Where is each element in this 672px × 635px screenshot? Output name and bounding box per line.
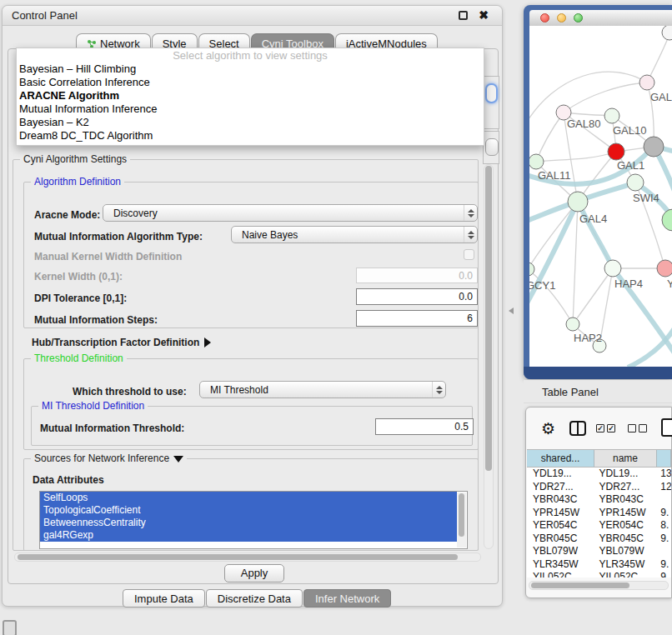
close-window-icon[interactable] (540, 13, 549, 22)
focused-combo-fragment[interactable] (485, 83, 498, 103)
table-header-row: shared...name (527, 449, 671, 468)
column-header[interactable]: name (594, 450, 657, 467)
close-panel-icon[interactable]: ✖ (479, 8, 489, 22)
network-node[interactable] (627, 174, 644, 191)
data-attribute-item[interactable]: gal4RGexp (40, 529, 457, 542)
deselect-all-checkbox-icon[interactable] (628, 424, 636, 432)
network-graph[interactable]: GALGAL80GAL10GAL1GAL11SWI4GAL4GCY1HAP4YH… (529, 26, 672, 367)
network-edge[interactable] (647, 34, 669, 82)
sources-title-text: Sources for Network Inference (34, 452, 169, 464)
scrollbar-thumb[interactable] (485, 166, 492, 471)
mi-algorithm-type-combo[interactable]: Naive Bayes (231, 226, 478, 243)
network-edge-thick[interactable] (578, 202, 613, 268)
columns-icon[interactable] (569, 421, 586, 436)
mi-threshold-field[interactable]: 0.5 (375, 418, 474, 435)
bottom-tab-discretize-data[interactable]: Discretize Data (206, 589, 303, 608)
collapsed-arrow-icon (204, 338, 211, 348)
table-horizontal-scrollbar[interactable] (529, 581, 669, 590)
network-edge[interactable] (564, 82, 647, 112)
threshold-definition-group: Threshold Definition Which threshold to … (23, 358, 479, 450)
table-cell: 8. (654, 519, 671, 532)
scrollbar-thumb[interactable] (18, 554, 458, 560)
deselect-all-checkbox-icon[interactable] (639, 424, 647, 432)
table-panel-titlebar: Table Panel (524, 380, 672, 403)
select-all-checkbox-icon[interactable]: ✓ (607, 424, 615, 432)
select-all-checkbox-icon[interactable]: ✓ (596, 424, 604, 432)
zoom-window-icon[interactable] (574, 13, 583, 22)
aracne-mode-combo[interactable]: Discovery (103, 204, 478, 222)
data-attribute-item[interactable]: SelfLoops (40, 492, 457, 504)
network-edge[interactable] (536, 112, 564, 162)
pane-splitter-arrow[interactable] (509, 308, 514, 314)
table-row[interactable]: YBL079WYBL079W (527, 545, 671, 558)
new-table-icon[interactable] (661, 418, 672, 437)
network-node[interactable] (604, 108, 619, 123)
table-row[interactable]: YDR27...YDR27...12 (527, 481, 671, 494)
network-node[interactable] (662, 26, 672, 40)
algorithm-option[interactable]: Basic Correlation Inference (17, 76, 484, 89)
algorithm-option[interactable]: Bayesian – Hill Climbing (17, 62, 484, 76)
network-canvas[interactable]: GALGAL80GAL10GAL1GAL11SWI4GAL4GCY1HAP4YH… (529, 26, 672, 367)
data-attribute-item[interactable]: BetweennessCentrality (40, 517, 457, 529)
bottom-tab-infer-network[interactable]: Infer Network (303, 589, 391, 608)
algorithm-option[interactable]: Bayesian – K2 (17, 116, 484, 129)
dpi-tolerance-field[interactable]: 0.0 (356, 288, 478, 305)
table-row[interactable]: YPR145WYPR145W9. (527, 507, 671, 520)
network-edge[interactable] (536, 152, 616, 162)
network-node[interactable] (644, 137, 664, 157)
table-row[interactable]: YLR345WYLR345W9. (527, 558, 671, 572)
column-header[interactable] (657, 450, 671, 467)
network-node[interactable] (568, 192, 588, 212)
settings-vertical-scrollbar[interactable] (484, 164, 494, 549)
scrollbar-thumb[interactable] (459, 493, 464, 537)
network-edge[interactable] (573, 268, 613, 324)
table-cell: 12 (654, 481, 671, 494)
network-node[interactable] (639, 75, 654, 90)
table-row[interactable]: YDL19...YDL19...13 (527, 468, 671, 481)
control-panel-window: Control Panel ✖ NetworkStyleSelectCyni T… (2, 5, 503, 607)
float-panel-icon[interactable] (459, 11, 468, 20)
network-node[interactable] (604, 260, 621, 277)
bottom-tab-impute-data[interactable]: Impute Data (123, 589, 205, 608)
network-node[interactable] (529, 154, 544, 169)
hub-definition-toggle[interactable]: Hub/Transcription Factor Definition (32, 337, 211, 348)
network-edge[interactable] (573, 202, 578, 324)
which-threshold-combo[interactable]: MI Threshold (199, 381, 446, 398)
table-row[interactable]: YBR043CYBR043C (527, 493, 671, 507)
occluded-button-fragment[interactable] (485, 138, 499, 156)
table-cell: YER054C (527, 519, 594, 532)
table-row[interactable]: YBR045CYBR045C9. (527, 532, 671, 546)
column-header[interactable]: shared... (527, 450, 594, 467)
data-attribute-item[interactable]: TopologicalCoefficient (40, 504, 457, 517)
network-edge-thick[interactable] (628, 322, 672, 367)
dpi-tolerance-label: DPI Tolerance [0,1]: (34, 292, 127, 304)
network-node[interactable] (608, 143, 624, 160)
sources-group-title[interactable]: Sources for Network Inference (31, 452, 187, 464)
settings-group-title: Cyni Algorithm Settings (20, 153, 130, 165)
table-row[interactable]: YIL052CYIL052C9 (527, 571, 671, 578)
algorithm-option[interactable]: Dream8 DC_TDC Algorithm (17, 129, 484, 142)
network-node[interactable] (566, 318, 579, 331)
manual-kernel-checkbox[interactable] (464, 249, 474, 260)
minimize-window-icon[interactable] (557, 13, 566, 22)
scrollbar-thumb[interactable] (531, 582, 629, 588)
table-row[interactable]: YER054CYER054C8. (527, 519, 671, 532)
attribute-list-scrollbar[interactable] (457, 492, 466, 548)
gear-icon[interactable]: ⚙ (541, 419, 555, 438)
kernel-width-field[interactable]: 0.0 (356, 268, 478, 283)
algorithm-option[interactable]: ARACNE Algorithm (17, 89, 484, 102)
node-label: GAL10 (613, 124, 646, 137)
network-node[interactable] (662, 209, 672, 231)
combo-stepper-icon (432, 382, 445, 398)
table-cell: YDL19... (527, 468, 594, 481)
apply-button[interactable]: Apply (224, 564, 284, 582)
network-edge[interactable] (529, 269, 573, 324)
table-cell: 9. (654, 507, 671, 520)
table-cell: YBR045C (594, 532, 655, 546)
minimized-panel-icon[interactable] (3, 620, 17, 635)
node-label: GAL80 (567, 118, 600, 130)
mi-steps-field[interactable]: 6 (356, 310, 478, 327)
settings-horizontal-scrollbar[interactable] (14, 552, 481, 562)
algorithm-option[interactable]: Mutual Information Inference (17, 102, 484, 116)
network-node[interactable] (657, 260, 672, 277)
